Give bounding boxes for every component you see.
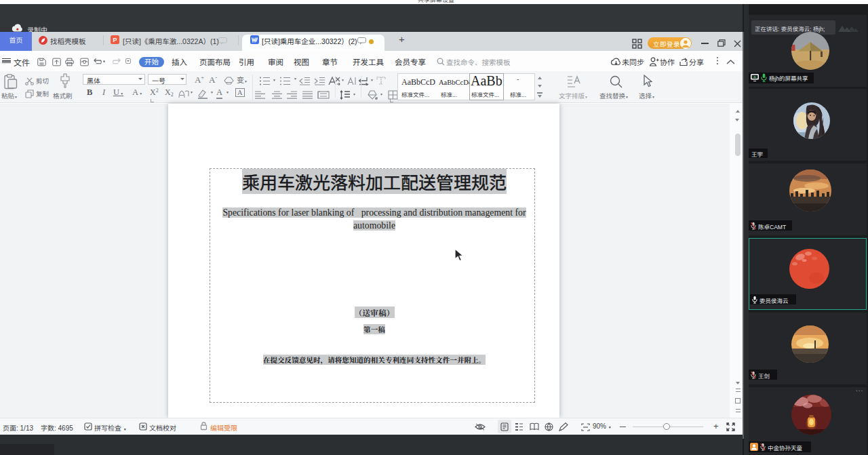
- svg-text:P: P: [113, 37, 117, 43]
